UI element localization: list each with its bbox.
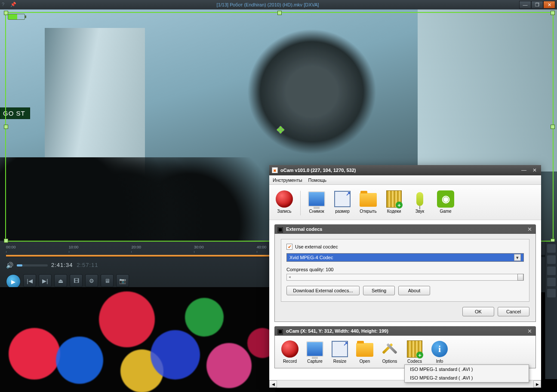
sound-button[interactable]: Звук [408,189,431,217]
close-button[interactable]: ✕ [526,226,533,233]
minimize-button[interactable]: — [520,167,528,173]
timeline-tick: 10:00 [69,245,79,249]
ocam-window: ▣ oCam v101.0 (227, 104, 1270, 532) — ✕ … [269,165,541,388]
monitor-icon[interactable]: 🖥 [101,274,114,287]
screenshot-icon[interactable]: 📷 [116,274,129,287]
play-button[interactable]: ▶ [6,274,21,289]
time-display: 2:41:34 2:57:11 [51,262,98,269]
ocam-toolbar: Запись Снимок размер Открыть Кодеки Звук… [269,185,541,220]
timeline-tick: 20:00 [131,245,141,249]
dropdown-item[interactable]: ISO MPEG-2 standard ( .AVI ) [405,374,529,382]
setting-button[interactable]: Setting [363,286,395,295]
dialog-titlebar[interactable]: ▣ External codecs ✕ [274,224,536,234]
player-titlebar[interactable]: ? 📌 [1/13] Робот (Endhiran) (2010) (HD).… [0,0,557,9]
capture-button[interactable]: Снимок [305,189,328,217]
player-title: [1/13] Робот (Endhiran) (2010) (HD).mkv … [16,2,519,7]
use-external-label: Use external cocdec [295,244,338,249]
record-button[interactable]: Запись [273,189,296,217]
timeline-tick: 00:00 [6,245,16,249]
record-button[interactable]: Record [278,339,302,364]
step-back-button[interactable]: |◀ [23,274,36,287]
download-codecs-button[interactable]: Download External codecs... [286,286,360,295]
help-icon[interactable]: ? [2,2,8,8]
close-button[interactable]: ✕ [531,167,539,173]
bokeh-background [0,287,275,392]
external-codecs-dialog: ▣ External codecs ✕ ✔ Use external cocde… [274,224,536,322]
resize-button[interactable]: размер [331,189,354,217]
quality-slider[interactable]: ◂ [286,274,524,281]
open-button[interactable]: Открыть [357,189,380,217]
scroll-right-icon[interactable]: ▶ [533,380,541,388]
about-button[interactable]: About [398,286,430,295]
codec-dropdown-menu: ISO MPEG-1 standard ( .AVI ) ISO MPEG-2 … [404,364,529,383]
microphone-icon [416,192,423,206]
battery-indicator [8,14,25,20]
dropdown-item[interactable]: ISO MPEG-1 standard ( .AVI ) [405,365,529,374]
ok-button[interactable]: OK [462,307,494,316]
tools-icon [382,341,397,357]
pin-icon[interactable]: 📌 [10,2,16,8]
ocam-app-icon: ▣ [277,225,283,233]
dropdown-arrow-icon[interactable]: ▾ [514,254,521,261]
step-forward-button[interactable]: ▶| [39,274,52,287]
dialog-titlebar[interactable]: ▣ oCam (X: 541, Y: 312, Width: 440, Heig… [274,326,536,336]
close-button[interactable]: ✕ [543,1,555,9]
film-icon[interactable]: 🎞 [70,274,83,287]
ocam-panel-2: ▣ oCam (X: 541, Y: 312, Width: 440, Heig… [274,326,536,368]
ocam-title: oCam v101.0 (227, 104, 1270, 532) [280,168,517,173]
codec-select[interactable]: Xvid MPEG-4 Codec ▾ [286,253,524,262]
codecs-button[interactable]: Codecs [403,339,426,364]
close-button[interactable]: ✕ [526,328,533,334]
maximize-button[interactable]: ❐ [531,1,543,9]
ocam-app-icon: ▣ [277,327,283,335]
resize-button[interactable]: Resize [328,339,351,364]
timeline-tick: 40:00 [257,245,267,249]
info-button[interactable]: iInfo [428,339,451,364]
player-right-sidebar [545,242,557,379]
volume-slider[interactable] [17,264,48,266]
capture-button[interactable]: Capture [303,339,326,364]
volume-icon[interactable]: 🔊 [6,262,13,269]
options-button[interactable]: Options [378,339,401,364]
ocam-toolbar-2: Record Capture Resize Open Options Codec… [274,336,536,368]
menu-help[interactable]: Помощь [308,178,327,183]
scroll-left-icon[interactable]: ◀ [269,380,277,388]
cancel-button[interactable]: Cancel [498,307,529,316]
info-icon: i [431,341,448,357]
eject-button[interactable]: ⏏ [54,274,67,287]
quality-label: Compress quality: 100 [286,267,524,272]
ocam-titlebar[interactable]: ▣ oCam v101.0 (227, 104, 1270, 532) — ✕ [269,165,541,175]
use-external-checkbox[interactable]: ✔ [286,244,292,250]
timeline-tick: 30:00 [194,245,204,249]
settings-icon[interactable]: ⚙ [85,274,98,287]
minimize-button[interactable]: — [519,1,531,9]
game-button[interactable]: ◉Game [434,189,457,217]
codecs-button[interactable]: Кодеки [382,189,406,217]
ocam-menubar: Инструменты Помощь [269,175,541,185]
nvidia-icon: ◉ [437,190,454,208]
open-button[interactable]: Open [353,339,376,364]
menu-tools[interactable]: Инструменты [273,178,302,183]
ocam-app-icon: ▣ [272,167,278,173]
street-sign: GO ST [0,107,30,119]
